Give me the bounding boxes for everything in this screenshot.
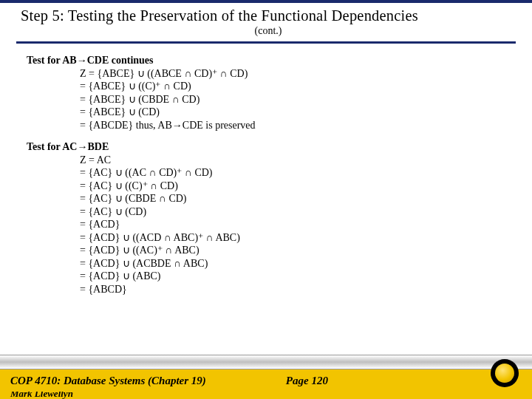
eq-line: = {ACD} ∪ ((ACD ∩ ABC)⁺ ∩ ABC) <box>27 231 511 245</box>
eq-line: = {ACD} ∪ (ACBDE ∩ ABC) <box>27 257 511 270</box>
footer-course: COP 4710: Database Systems (Chapter 19) <box>10 375 206 387</box>
eq-line: Z = {ABCE} ∪ ((ABCE ∩ CD)⁺ ∩ CD) <box>27 67 511 81</box>
slide-title: Step 5: Testing the Preservation of the … <box>21 7 516 24</box>
eq-line: = {AC} ∪ (CD) <box>27 205 511 219</box>
eq-line: = {ABCD} <box>27 283 511 296</box>
eq-line: Z = AC <box>27 154 511 167</box>
eq-line: = {ABCE} ∪ (CBDE ∩ CD) <box>27 93 511 106</box>
footer-wrap: COP 4710: Database Systems (Chapter 19) … <box>0 355 532 399</box>
eq-line: = {AC} ∪ ((C)⁺ ∩ CD) <box>27 180 511 193</box>
footer-page: Page 120 <box>286 375 328 387</box>
ucf-logo-icon <box>491 359 519 387</box>
slide: Step 5: Testing the Preservation of the … <box>0 0 532 399</box>
eq-line: = {ABCE} ∪ (CD) <box>27 106 511 119</box>
footer-bar: COP 4710: Database Systems (Chapter 19) … <box>0 369 532 392</box>
slide-subtitle: (cont.) <box>21 25 516 37</box>
eq-line: = {ACD} <box>27 218 511 231</box>
content-area: Test for AB→CDE continues Z = {ABCE} ∪ (… <box>0 44 532 296</box>
ucf-logo-inner <box>495 364 514 383</box>
eq-line: = {AC} ∪ ((AC ∩ CD)⁺ ∩ CD) <box>27 166 511 180</box>
footer-author: Mark Llewellyn <box>0 392 532 399</box>
eq-line: = {ABCE} ∪ ((C)⁺ ∩ CD) <box>27 80 511 93</box>
block2-heading: Test for AC→BDE <box>27 140 511 154</box>
eq-line: = {ACD} ∪ (ABC) <box>27 270 511 283</box>
gradient-bar <box>0 355 532 369</box>
eq-line: = {ACD} ∪ ((AC)⁺ ∩ ABC) <box>27 244 511 257</box>
block1-heading: Test for AB→CDE continues <box>27 54 511 67</box>
eq-line: = {AC} ∪ (CBDE ∩ CD) <box>27 192 511 205</box>
eq-line: = {ABCDE} thus, AB→CDE is preserved <box>27 119 511 132</box>
title-area: Step 5: Testing the Preservation of the … <box>0 3 532 38</box>
